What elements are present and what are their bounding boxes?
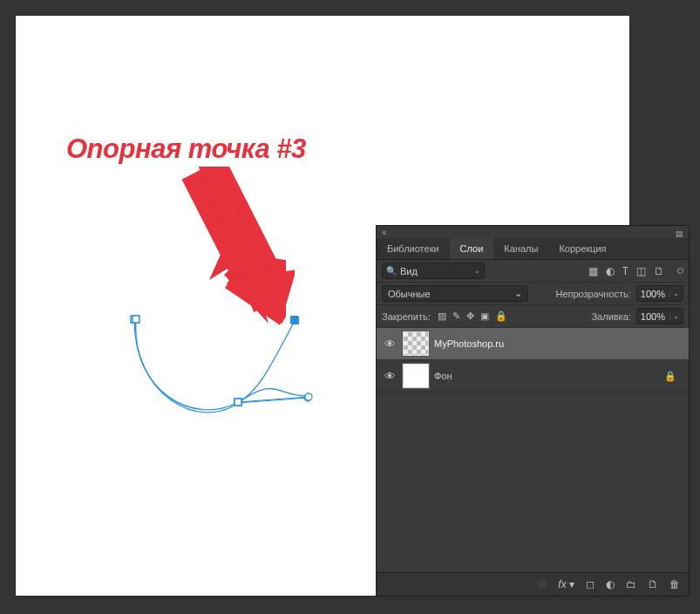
filter-type-icon[interactable]: T bbox=[622, 265, 629, 277]
opacity-input[interactable]: 100% ⌄ bbox=[636, 285, 683, 302]
lock-position-icon[interactable]: ✥ bbox=[466, 310, 474, 322]
blend-mode-select[interactable]: Обычные ⌄ bbox=[382, 285, 528, 302]
filter-icons: ▦ ◐ T ◫ 🗋 bbox=[588, 265, 683, 277]
group-icon[interactable]: 🗀 bbox=[626, 578, 636, 590]
svg-rect-18 bbox=[291, 317, 299, 324]
adjustment-layer-icon[interactable]: ◐ bbox=[606, 578, 615, 590]
panel-tabs: Библиотеки Слои Каналы Коррекция bbox=[377, 238, 689, 260]
panel-titlebar[interactable]: « ▤ bbox=[377, 226, 689, 238]
new-layer-icon[interactable]: 🗋 bbox=[648, 578, 658, 590]
svg-point-20 bbox=[305, 393, 312, 400]
layer-row[interactable]: 👁 MyPhotoshop.ru bbox=[377, 328, 689, 360]
tab-libraries[interactable]: Библиотеки bbox=[377, 238, 450, 259]
opacity-label: Непрозрачность: bbox=[555, 289, 630, 299]
annotation-label: Опорная точка #3 bbox=[66, 133, 306, 165]
svg-rect-17 bbox=[133, 316, 139, 323]
lock-pixels-icon[interactable]: ✎ bbox=[452, 310, 460, 322]
filter-pixel-icon[interactable]: ▦ bbox=[588, 265, 598, 277]
lock-transparency-icon[interactable]: ▨ bbox=[438, 310, 446, 322]
search-icon: 🔍 bbox=[386, 266, 397, 276]
fill-label: Заливка: bbox=[591, 311, 630, 322]
pen-path-overlay[interactable] bbox=[120, 309, 316, 422]
link-layers-icon[interactable]: ⦾ bbox=[538, 578, 547, 590]
filter-toggle[interactable] bbox=[677, 268, 683, 274]
fill-value: 100% bbox=[641, 311, 665, 322]
filter-row: 🔍 Вид ⌄ ▦ ◐ T ◫ 🗋 bbox=[377, 260, 689, 283]
panel-footer: ⦾ fx ▾ ◻ ◐ 🗀 🗋 🗑 bbox=[377, 572, 689, 596]
lock-label: Закрепить: bbox=[382, 311, 431, 322]
tab-channels[interactable]: Каналы bbox=[493, 238, 548, 259]
tab-adjustments[interactable]: Коррекция bbox=[548, 238, 616, 259]
delete-layer-icon[interactable]: 🗑 bbox=[669, 578, 680, 590]
panel-menu-icon[interactable]: ▤ bbox=[676, 229, 683, 238]
chevron-down-icon: ⌄ bbox=[669, 312, 679, 320]
mask-icon[interactable]: ◻ bbox=[586, 578, 595, 590]
filter-adjust-icon[interactable]: ◐ bbox=[606, 265, 615, 277]
lock-artboard-icon[interactable]: ▣ bbox=[480, 310, 489, 322]
filter-smart-icon[interactable]: 🗋 bbox=[654, 265, 664, 277]
filter-type-select[interactable]: 🔍 Вид ⌄ bbox=[382, 263, 485, 279]
lock-icon: 🔒 bbox=[664, 371, 676, 382]
filter-type-label: Вид bbox=[400, 266, 471, 276]
lock-row: Закрепить: ▨ ✎ ✥ ▣ 🔒 Заливка: 100% ⌄ bbox=[377, 305, 689, 328]
opacity-value: 100% bbox=[641, 289, 665, 299]
svg-line-16 bbox=[238, 397, 309, 402]
chevron-down-icon: ⌄ bbox=[514, 288, 522, 299]
annotation-arrow-clean bbox=[164, 167, 295, 328]
fx-icon[interactable]: fx ▾ bbox=[558, 578, 574, 590]
layer-name[interactable]: MyPhotoshop.ru bbox=[434, 338, 504, 349]
layers-panel: « ▤ Библиотеки Слои Каналы Коррекция 🔍 В… bbox=[376, 225, 690, 597]
collapse-icon[interactable]: « bbox=[382, 228, 391, 236]
visibility-toggle[interactable]: 👁 bbox=[382, 338, 398, 351]
blend-row: Обычные ⌄ Непрозрачность: 100% ⌄ bbox=[377, 283, 689, 305]
layer-thumbnail[interactable] bbox=[403, 331, 429, 356]
visibility-toggle[interactable]: 👁 bbox=[382, 370, 398, 383]
filter-shape-icon[interactable]: ◫ bbox=[636, 265, 646, 277]
blend-mode-value: Обычные bbox=[388, 289, 431, 299]
chevron-down-icon: ⌄ bbox=[669, 290, 679, 297]
svg-rect-19 bbox=[234, 399, 241, 406]
chevron-down-icon: ⌄ bbox=[474, 267, 480, 275]
layer-row[interactable]: 👁 Фон 🔒 bbox=[377, 360, 689, 392]
layers-list: 👁 MyPhotoshop.ru 👁 Фон 🔒 bbox=[377, 328, 689, 392]
lock-all-icon[interactable]: 🔒 bbox=[495, 310, 507, 322]
tab-layers[interactable]: Слои bbox=[450, 238, 494, 259]
layer-name[interactable]: Фон bbox=[434, 371, 452, 381]
layer-thumbnail[interactable] bbox=[403, 364, 429, 388]
fill-input[interactable]: 100% ⌄ bbox=[636, 308, 683, 324]
